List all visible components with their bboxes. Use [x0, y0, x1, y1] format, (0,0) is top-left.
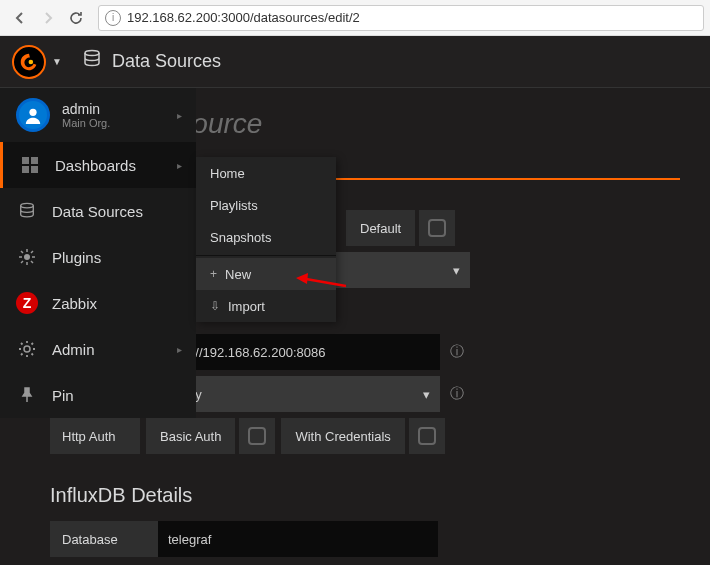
chevron-right-icon: ▸ [177, 344, 182, 355]
chevron-down-icon: ▾ [423, 387, 430, 402]
default-label: Default [346, 210, 415, 246]
svg-point-1 [85, 51, 99, 56]
breadcrumb-title: Data Sources [112, 51, 221, 72]
database-icon [82, 49, 102, 74]
gear-icon [16, 340, 38, 358]
svg-line-15 [21, 261, 23, 263]
back-button[interactable] [8, 6, 32, 30]
svg-point-17 [24, 346, 30, 352]
url-input[interactable] [160, 334, 440, 370]
info-icon[interactable]: ⓘ [450, 385, 464, 403]
database-icon [16, 202, 38, 220]
svg-point-8 [24, 254, 30, 260]
svg-rect-5 [22, 166, 29, 173]
svg-line-16 [31, 251, 33, 253]
svg-line-14 [31, 261, 33, 263]
info-icon[interactable]: ⓘ [450, 343, 464, 361]
svg-point-7 [21, 203, 34, 208]
sidebar-item-admin[interactable]: Admin ▸ [0, 326, 196, 372]
with-credentials-label: With Credentials [281, 418, 404, 454]
sidebar-item-label: Admin [52, 341, 95, 358]
sidebar-item-label: Dashboards [55, 157, 136, 174]
sidebar-item-label: Pin [52, 387, 74, 404]
user-name: admin [62, 101, 110, 117]
svg-line-13 [21, 251, 23, 253]
default-checkbox[interactable] [419, 210, 455, 246]
database-label: Database [50, 521, 158, 557]
breadcrumb[interactable]: Data Sources [82, 49, 221, 74]
submenu-import[interactable]: ⇩ Import [196, 290, 336, 322]
sidebar-item-pin[interactable]: Pin [0, 372, 196, 418]
chevron-down-icon: ▾ [453, 263, 460, 278]
svg-rect-4 [31, 157, 38, 164]
sidebar-item-label: Zabbix [52, 295, 97, 312]
topbar: ▼ Data Sources [0, 36, 710, 88]
chevron-right-icon: ▸ [177, 160, 182, 171]
zabbix-icon: Z [16, 292, 38, 314]
sidebar-item-plugins[interactable]: Plugins [0, 234, 196, 280]
info-icon[interactable]: i [105, 10, 121, 26]
user-org: Main Org. [62, 117, 110, 129]
sidebar-item-zabbix[interactable]: Z Zabbix [0, 280, 196, 326]
reload-button[interactable] [64, 6, 88, 30]
svg-rect-6 [31, 166, 38, 173]
sidebar-item-data-sources[interactable]: Data Sources [0, 188, 196, 234]
avatar [16, 98, 50, 132]
chevron-right-icon: ▸ [177, 110, 182, 121]
plus-icon: + [210, 267, 217, 281]
svg-line-18 [306, 279, 346, 286]
pin-icon [16, 387, 38, 403]
dashboards-icon [19, 156, 41, 174]
influxdb-section-header: InfluxDB Details [50, 484, 680, 507]
svg-marker-19 [296, 273, 308, 284]
logo-caret-icon[interactable]: ▼ [52, 56, 62, 67]
import-icon: ⇩ [210, 299, 220, 313]
svg-point-0 [29, 59, 34, 64]
browser-toolbar: i 192.168.62.200:3000/datasources/edit/2 [0, 0, 710, 36]
grafana-logo[interactable] [12, 45, 46, 79]
submenu-snapshots[interactable]: Snapshots [196, 221, 336, 253]
sidebar-item-label: Data Sources [52, 203, 143, 220]
sidebar-item-label: Plugins [52, 249, 101, 266]
url-text: 192.168.62.200:3000/datasources/edit/2 [127, 10, 360, 25]
dashboards-submenu: Home Playlists Snapshots + New ⇩ Import [196, 157, 336, 322]
svg-point-2 [29, 109, 36, 116]
submenu-separator [196, 255, 336, 256]
submenu-playlists[interactable]: Playlists [196, 189, 336, 221]
sidebar-item-dashboards[interactable]: Dashboards ▸ [0, 142, 196, 188]
side-menu: admin Main Org. ▸ Dashboards ▸ Data Sour… [0, 88, 196, 418]
http-auth-label: Http Auth [50, 418, 140, 454]
with-credentials-checkbox[interactable] [409, 418, 445, 454]
forward-button[interactable] [36, 6, 60, 30]
basic-auth-checkbox[interactable] [239, 418, 275, 454]
database-input[interactable] [158, 521, 438, 557]
url-bar[interactable]: i 192.168.62.200:3000/datasources/edit/2 [98, 5, 704, 31]
svg-rect-3 [22, 157, 29, 164]
access-select[interactable]: proxy▾ [160, 376, 440, 412]
submenu-home[interactable]: Home [196, 157, 336, 189]
plugins-icon [16, 248, 38, 266]
sidebar-user[interactable]: admin Main Org. ▸ [0, 88, 196, 142]
annotation-arrow [296, 272, 346, 292]
basic-auth-label: Basic Auth [146, 418, 235, 454]
